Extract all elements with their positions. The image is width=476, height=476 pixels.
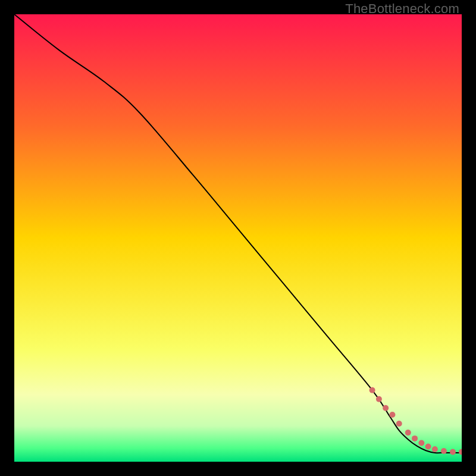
- marker-point: [441, 448, 447, 454]
- marker-point: [376, 396, 382, 402]
- gradient-background: [14, 14, 462, 462]
- marker-point: [418, 440, 424, 446]
- marker-point: [412, 436, 418, 441]
- watermark-text: TheBottleneck.com: [345, 1, 459, 17]
- marker-point: [450, 449, 456, 455]
- marker-point: [369, 387, 375, 393]
- marker-point: [396, 421, 402, 427]
- marker-point: [432, 446, 438, 452]
- marker-point: [389, 412, 395, 418]
- marker-point: [383, 405, 389, 411]
- marker-point: [425, 443, 431, 449]
- chart-frame: [14, 14, 462, 462]
- marker-point: [405, 430, 411, 436]
- bottleneck-chart: [14, 14, 462, 462]
